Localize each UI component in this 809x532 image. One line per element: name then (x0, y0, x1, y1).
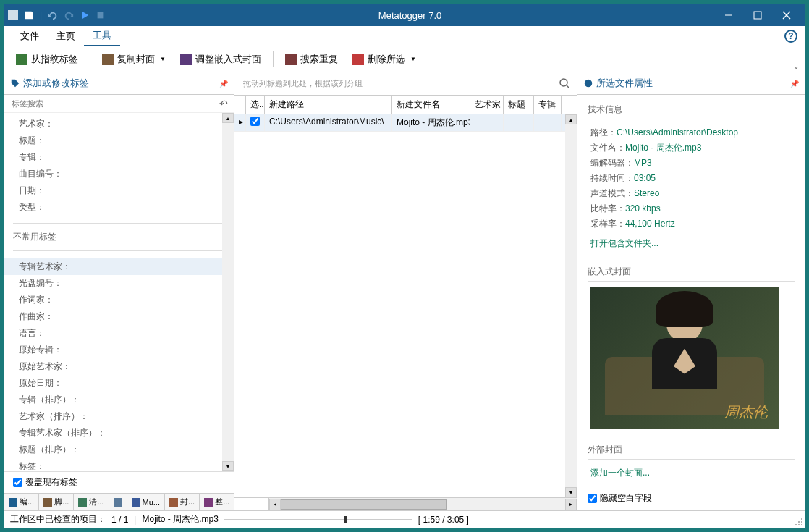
scroll-up-button[interactable]: ▴ (565, 114, 577, 124)
grid-hscrollbar[interactable]: ◂ ▸ (269, 498, 577, 510)
hide-empty-checkbox[interactable] (588, 494, 597, 503)
tab-edit[interactable]: 编... (4, 494, 39, 510)
copy-cover-button[interactable]: 复制封面▼ (96, 50, 171, 69)
overwrite-checkbox[interactable] (13, 478, 22, 487)
row-checkbox[interactable] (250, 117, 260, 126)
tag-artist[interactable]: 艺术家： (4, 116, 234, 132)
tag-album-sort[interactable]: 专辑（排序）： (4, 392, 234, 408)
properties-body: 技术信息 路径：C:\Users\Administrator\Desktop 文… (577, 95, 805, 486)
statusbar: 工作区中已检查的项目： 1 / 1 | Mojito - 周杰伦.mp3 [ 1… (4, 510, 805, 528)
tag-disc[interactable]: 光盘编号： (4, 275, 234, 292)
prop-filename: 文件名：Mojito - 周杰伦.mp3 (588, 140, 795, 156)
tag-album[interactable]: 专辑： (4, 149, 234, 166)
pin-icon[interactable]: 📌 (790, 80, 799, 88)
embedded-cover-image[interactable]: 周杰伦 (590, 287, 779, 429)
grid-vscrollbar[interactable]: ▴ ▾ (565, 114, 577, 497)
search-dup-button[interactable]: 搜索重复 (279, 50, 344, 69)
tag-albumartist-sort[interactable]: 专辑艺术家（排序）： (4, 425, 234, 442)
undo-filter-icon[interactable]: ↶ (219, 98, 228, 109)
chevron-down-icon[interactable]: ▼ (160, 56, 166, 62)
tag-title[interactable]: 标题： (4, 132, 234, 149)
pin-icon[interactable]: 📌 (219, 80, 228, 88)
scroll-up-button[interactable]: ▴ (222, 113, 234, 123)
from-fingerprint-button[interactable]: 从指纹标签 (10, 50, 84, 69)
progress-thumb[interactable] (344, 516, 347, 523)
tag-track[interactable]: 曲目编号： (4, 166, 234, 182)
help-icon[interactable]: ? (784, 30, 797, 43)
tag-edit-icon (10, 78, 20, 88)
tab-music[interactable]: Mu... (127, 494, 165, 510)
adjust-cover-button[interactable]: 调整嵌入式封面 (174, 50, 267, 69)
cell-title[interactable] (504, 114, 534, 131)
cell-filename[interactable]: Mojito - 周杰伦.mp3 (392, 114, 470, 131)
group-hint-row: 拖动列标题到此处，根据该列分组 (234, 72, 577, 96)
toolbar-separator (273, 51, 274, 67)
resize-grip[interactable] (795, 518, 803, 526)
col-filename[interactable]: 新建文件名 (392, 96, 470, 114)
stop-icon[interactable] (96, 10, 106, 20)
hscroll-thumb[interactable] (281, 499, 447, 510)
save-icon[interactable] (24, 10, 34, 20)
redo-icon[interactable] (64, 10, 74, 20)
tag-genre[interactable]: 类型： (4, 199, 234, 216)
col-title[interactable]: 标题 (504, 96, 534, 114)
tab-cover[interactable]: 封... (165, 494, 200, 510)
tag-album-artist[interactable]: 专辑艺术家： (4, 258, 234, 275)
scroll-down-button[interactable]: ▾ (565, 487, 577, 497)
ribbon-expand-icon[interactable]: ⌄ (793, 62, 799, 70)
maximize-button[interactable] (743, 5, 772, 25)
menu-file[interactable]: 文件 (12, 27, 48, 46)
tab-clean[interactable]: 清... (74, 494, 109, 510)
app-window: | Metatogger 7.0 文件 主页 工具 ? 从指纹标签 复制封面▼ … (4, 4, 805, 528)
col-select[interactable]: 选... (246, 96, 265, 114)
adjust-icon (204, 498, 213, 507)
scroll-right-button[interactable]: ▸ (565, 499, 577, 510)
right-panel-header: 所选文件属性 📌 (577, 72, 805, 95)
play-icon[interactable] (80, 10, 90, 20)
playback-progress[interactable] (224, 519, 412, 520)
delete-selected-button[interactable]: 删除所选▼ (347, 50, 422, 69)
tab-adjust[interactable]: 整... (200, 494, 234, 510)
tag-search-input[interactable] (10, 98, 219, 109)
open-folder-link[interactable]: 打开包含文件夹... (588, 236, 795, 251)
add-cover-link[interactable]: 添加一个封面... (588, 465, 795, 481)
menu-tools[interactable]: 工具 (84, 26, 120, 46)
tag-language[interactable]: 语言： (4, 325, 234, 342)
hscroll-track[interactable] (281, 499, 565, 510)
tag-date[interactable]: 日期： (4, 182, 234, 199)
col-artist[interactable]: 艺术家 (470, 96, 504, 114)
prop-path: 路径：C:\Users\Administrator\Desktop (588, 125, 795, 140)
tag-orig-artist[interactable]: 原始艺术家： (4, 358, 234, 375)
minimize-button[interactable] (714, 5, 743, 25)
row-checkbox-cell (246, 114, 265, 131)
scroll-down-button[interactable]: ▾ (222, 461, 234, 471)
cell-path[interactable]: C:\Users\Administrator\Music\ (265, 114, 392, 131)
menubar: 文件 主页 工具 ? (4, 26, 805, 46)
tag-title-sort[interactable]: 标题（排序）： (4, 442, 234, 458)
copy-cover-icon (102, 54, 114, 65)
tag-composer[interactable]: 作曲家： (4, 308, 234, 325)
chevron-down-icon[interactable]: ▼ (410, 56, 416, 62)
tab-spacer[interactable] (109, 494, 127, 510)
tag-orig-date[interactable]: 原始日期： (4, 375, 234, 392)
close-button[interactable] (772, 5, 801, 25)
right-panel: 所选文件属性 📌 技术信息 路径：C:\Users\Administrator\… (577, 72, 805, 510)
cell-album[interactable] (534, 114, 562, 131)
tag-divider (13, 223, 225, 224)
cell-artist[interactable] (470, 114, 504, 131)
col-album[interactable]: 专辑 (534, 96, 562, 114)
tag-orig-album[interactable]: 原始专辑： (4, 342, 234, 358)
delete-selected-label: 删除所选 (368, 53, 405, 66)
tag-artist-sort[interactable]: 艺术家（排序）： (4, 408, 234, 425)
left-panel-header: 添加或修改标签 📌 (4, 72, 234, 95)
search-icon[interactable] (559, 78, 571, 90)
undo-icon[interactable] (48, 10, 58, 20)
scroll-left-button[interactable]: ◂ (269, 499, 281, 510)
col-path[interactable]: 新建路径 (265, 96, 392, 114)
table-row[interactable]: ▸ C:\Users\Administrator\Music\ Mojito -… (234, 114, 577, 132)
menu-home[interactable]: 主页 (48, 27, 84, 46)
tag-label[interactable]: 标签： (4, 458, 234, 471)
tab-script[interactable]: 脚... (39, 494, 74, 510)
tag-lyricist[interactable]: 作词家： (4, 292, 234, 308)
tag-scrollbar[interactable]: ▴ ▾ (222, 113, 234, 471)
